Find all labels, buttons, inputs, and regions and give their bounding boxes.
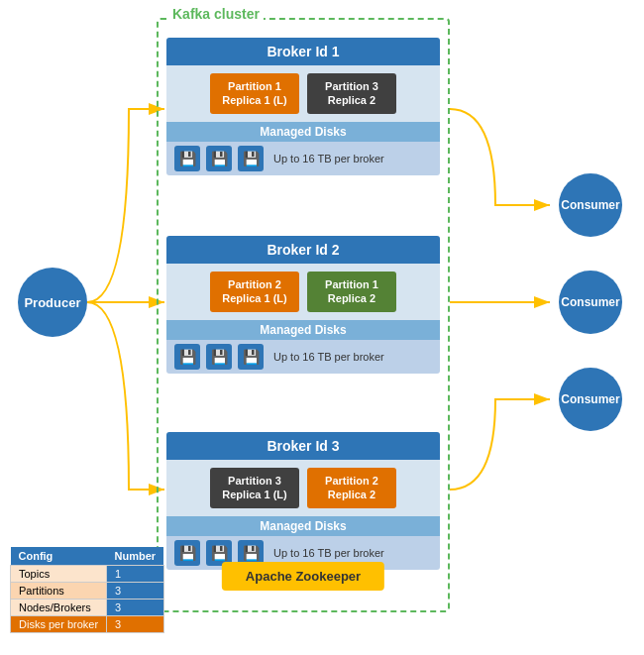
config-row-topics: Topics 1	[11, 566, 164, 583]
broker-3-managed-disks-label: Managed Disks	[166, 516, 440, 536]
zookeeper-label: Apache Zookeeper	[222, 562, 384, 591]
disk-icon-2c: 💾	[238, 344, 264, 370]
producer-label: Producer	[24, 295, 80, 310]
disk-icon-2b: 💾	[206, 344, 232, 370]
kafka-cluster-label: Kafka cluster	[168, 6, 264, 22]
broker-2: Broker Id 2 Partition 2Replica 1 (L) Par…	[166, 236, 440, 374]
config-header-col2: Number	[107, 547, 164, 566]
config-brokers-value: 3	[107, 600, 164, 616]
config-disks-value: 3	[107, 616, 164, 633]
config-disks-label: Disks per broker	[11, 616, 107, 633]
consumer-1-circle: Consumer	[559, 173, 622, 237]
broker-2-header: Broker Id 2	[166, 236, 440, 264]
disk-icon-1a: 💾	[174, 146, 200, 171]
broker-2-managed-disks-label: Managed Disks	[166, 320, 440, 340]
producer-circle: Producer	[18, 268, 87, 337]
broker-1-header: Broker Id 1	[166, 38, 440, 65]
disk-text-3: Up to 16 TB per broker	[273, 547, 384, 559]
broker-1-content: Partition 1Replica 1 (L) Partition 3Repl…	[166, 65, 440, 122]
broker-1-partition-1: Partition 1Replica 1 (L)	[210, 73, 299, 114]
disk-icon-2a: 💾	[174, 344, 200, 370]
broker-2-partition-1: Partition 2Replica 1 (L)	[210, 272, 299, 312]
broker-1-managed-disks: 💾 💾 💾 Up to 16 TB per broker	[166, 142, 440, 175]
config-topics-value: 1	[107, 566, 164, 583]
broker-3: Broker Id 3 Partition 3Replica 1 (L) Par…	[166, 432, 440, 570]
kafka-cluster-box: Kafka cluster Broker Id 1 Partition 1Rep…	[157, 18, 450, 612]
config-partitions-label: Partitions	[11, 583, 107, 600]
config-topics-label: Topics	[11, 566, 107, 583]
consumer-3-label: Consumer	[561, 392, 619, 406]
config-row-brokers: Nodes/Brokers 3	[11, 600, 164, 616]
config-row-partitions: Partitions 3	[11, 583, 164, 600]
config-row-disks: Disks per broker 3	[11, 616, 164, 633]
broker-3-partition-2: Partition 2Replica 2	[307, 468, 396, 508]
disk-icon-1b: 💾	[206, 146, 232, 171]
disk-text-2: Up to 16 TB per broker	[273, 351, 384, 363]
broker-3-partition-1: Partition 3Replica 1 (L)	[210, 468, 299, 508]
disk-icon-3a: 💾	[174, 540, 200, 566]
config-brokers-label: Nodes/Brokers	[11, 600, 107, 616]
config-partitions-value: 3	[107, 583, 164, 600]
consumer-2-circle: Consumer	[559, 271, 622, 334]
broker-2-partition-2: Partition 1Replica 2	[307, 272, 396, 312]
broker-3-content: Partition 3Replica 1 (L) Partition 2Repl…	[166, 460, 440, 516]
consumer-2-label: Consumer	[561, 295, 619, 309]
broker-1-partition-2: Partition 3Replica 2	[307, 73, 396, 114]
broker-3-header: Broker Id 3	[166, 432, 440, 460]
disk-text-1: Up to 16 TB per broker	[273, 153, 384, 164]
broker-2-managed-disks: 💾 💾 💾 Up to 16 TB per broker	[166, 340, 440, 374]
broker-1: Broker Id 1 Partition 1Replica 1 (L) Par…	[166, 38, 440, 175]
broker-2-content: Partition 2Replica 1 (L) Partition 1Repl…	[166, 264, 440, 320]
diagram-container: Producer Consumer Consumer Consumer Kafk…	[0, 0, 644, 655]
consumer-3-circle: Consumer	[559, 368, 622, 431]
config-table: Config Number Topics 1 Partitions 3 Node…	[10, 547, 164, 633]
config-header-col1: Config	[11, 547, 107, 566]
broker-1-managed-disks-label: Managed Disks	[166, 122, 440, 142]
disk-icon-1c: 💾	[238, 146, 264, 171]
consumer-1-label: Consumer	[561, 198, 619, 212]
